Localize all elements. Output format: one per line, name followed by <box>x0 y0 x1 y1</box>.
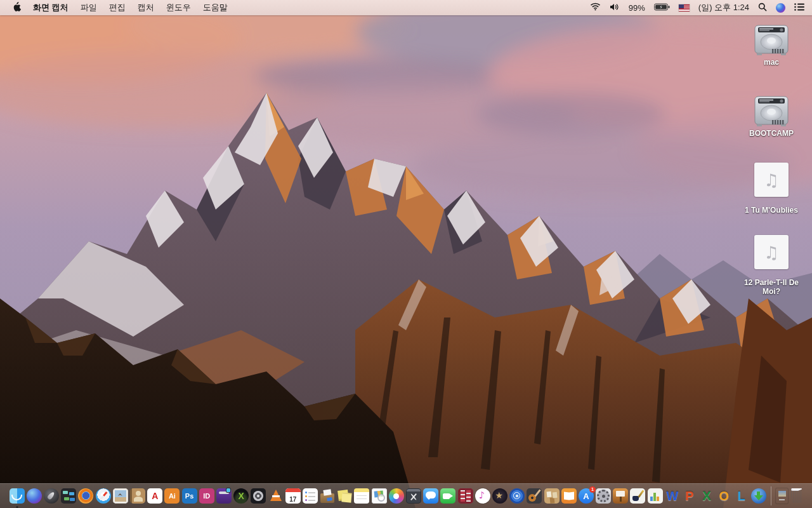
sierra-wallpaper <box>0 0 812 508</box>
photo-booth-dock-icon[interactable] <box>458 488 473 504</box>
audio-file-icon: ♫ <box>754 163 789 197</box>
globe-download-app-dock-icon[interactable] <box>751 488 766 504</box>
x-media-app-dock-icon[interactable]: X <box>233 488 249 504</box>
hard-drive-icon <box>753 95 790 127</box>
apple-menu-icon[interactable] <box>12 2 21 14</box>
dock-separator <box>771 486 771 505</box>
menu-edit[interactable]: 편집 <box>109 2 126 13</box>
menu-window[interactable]: 윈도우 <box>166 2 191 13</box>
calendar-dock-icon[interactable]: 17 <box>285 488 301 504</box>
imovie-dock-icon[interactable] <box>492 488 508 504</box>
system-preferences-dock-icon[interactable] <box>596 488 611 504</box>
menu-bar: 화면 캡처 파일 편집 캡처 윈도우 도움말 99% (일) 오후 1:24 <box>0 0 812 15</box>
messages-dock-icon[interactable] <box>423 488 438 504</box>
spotlight-icon[interactable] <box>758 3 767 13</box>
notes-dock-icon[interactable] <box>354 488 369 504</box>
menu-capture[interactable]: 캡처 <box>138 2 154 13</box>
music-note-icon: ♫ <box>764 170 779 190</box>
itunes-dock-icon[interactable] <box>475 488 490 504</box>
desktop-icon-bootcamp-drive[interactable]: BOOTCAMP <box>733 95 809 138</box>
siri-menu-icon[interactable] <box>776 3 785 13</box>
battery-percent: 99% <box>629 3 645 13</box>
finder-dock-icon[interactable] <box>10 488 25 504</box>
stickies-dock-icon[interactable] <box>337 488 352 504</box>
dvd-player-dock-icon[interactable] <box>509 488 525 504</box>
dock: A Ai Ps ID X 17 A1 W P X O L <box>0 483 812 508</box>
powerpoint-dock-icon[interactable]: P <box>682 488 697 504</box>
facetime-dock-icon[interactable] <box>440 488 455 504</box>
toast-dock-icon[interactable] <box>216 488 232 504</box>
pages-dock-icon[interactable] <box>630 488 645 504</box>
document-file-dock-icon[interactable] <box>776 488 788 504</box>
photo-viewer-dock-icon[interactable] <box>113 488 128 504</box>
word-dock-icon[interactable]: W <box>665 488 680 504</box>
lync-dock-icon[interactable]: L <box>734 488 749 504</box>
desktop-icon-mac-drive[interactable]: mac <box>733 24 809 67</box>
menu-file[interactable]: 파일 <box>81 2 97 13</box>
app-store-dock-icon[interactable]: A1 <box>579 488 594 504</box>
volume-icon[interactable] <box>610 3 620 13</box>
trash-dock-icon[interactable] <box>790 488 802 504</box>
music-note-icon: ♫ <box>764 243 779 262</box>
contacts-dock-icon[interactable] <box>130 488 145 504</box>
siri-dock-icon[interactable] <box>27 488 42 504</box>
outlook-dock-icon[interactable]: O <box>716 488 731 504</box>
keynote-dock-icon[interactable] <box>613 488 628 504</box>
reminders-dock-icon[interactable] <box>303 488 318 504</box>
illustrator-dock-icon[interactable]: Ai <box>164 488 180 504</box>
indesign-dock-icon[interactable]: ID <box>199 488 214 504</box>
desktop-icon-label: 12 Parle-T-Il De Moi? <box>738 278 804 296</box>
hard-drive-icon <box>753 24 790 56</box>
desktop-icon-label: BOOTCAMP <box>749 129 794 138</box>
menu-bar-left: 화면 캡처 파일 편집 캡처 윈도우 도움말 <box>0 2 228 14</box>
input-language-flag-us[interactable] <box>679 4 690 11</box>
battery-charging-icon[interactable] <box>654 3 670 13</box>
app-store-badge: 1 <box>589 486 596 493</box>
clock[interactable]: (일) 오후 1:24 <box>698 2 749 13</box>
safari-dock-icon[interactable] <box>96 488 111 504</box>
photoshop-dock-icon[interactable]: Ps <box>182 488 197 504</box>
desktop-icon-audio-file-2[interactable]: ♫ 12 Parle-T-Il De Moi? <box>733 235 809 296</box>
mail-drop-app-dock-icon[interactable] <box>320 488 335 504</box>
menu-help[interactable]: 도움말 <box>203 2 228 13</box>
grab-screen-capture-dock-icon[interactable] <box>406 488 421 504</box>
photos-dock-icon[interactable] <box>389 488 404 504</box>
audio-file-icon: ♫ <box>754 235 789 269</box>
menu-bar-status: 99% (일) 오후 1:24 <box>590 2 812 13</box>
garageband-dock-icon[interactable] <box>527 488 542 504</box>
disk-utility-app-dock-icon[interactable] <box>251 488 266 504</box>
firefox-dock-icon[interactable] <box>78 488 93 504</box>
launchpad-dock-icon[interactable] <box>44 488 59 504</box>
numbers-dock-icon[interactable] <box>648 488 663 504</box>
mission-control-dock-icon[interactable] <box>61 488 76 504</box>
notification-center-icon[interactable] <box>794 3 804 13</box>
vlc-dock-icon[interactable] <box>268 488 284 504</box>
desktop-icon-label: 1 Tu M'Oublies <box>745 206 798 215</box>
desktop-icon-label: mac <box>764 58 779 67</box>
preview-dock-icon[interactable] <box>372 488 387 504</box>
corkboard-app-dock-icon[interactable] <box>544 488 560 504</box>
wifi-icon[interactable] <box>590 3 601 13</box>
desktop-icon-audio-file-1[interactable]: ♫ 1 Tu M'Oublies <box>733 163 809 215</box>
excel-dock-icon[interactable]: X <box>699 488 714 504</box>
acrobat-reader-dock-icon[interactable]: A <box>147 488 162 504</box>
active-app-menu[interactable]: 화면 캡처 <box>33 2 69 13</box>
ibooks-dock-icon[interactable] <box>561 488 577 504</box>
